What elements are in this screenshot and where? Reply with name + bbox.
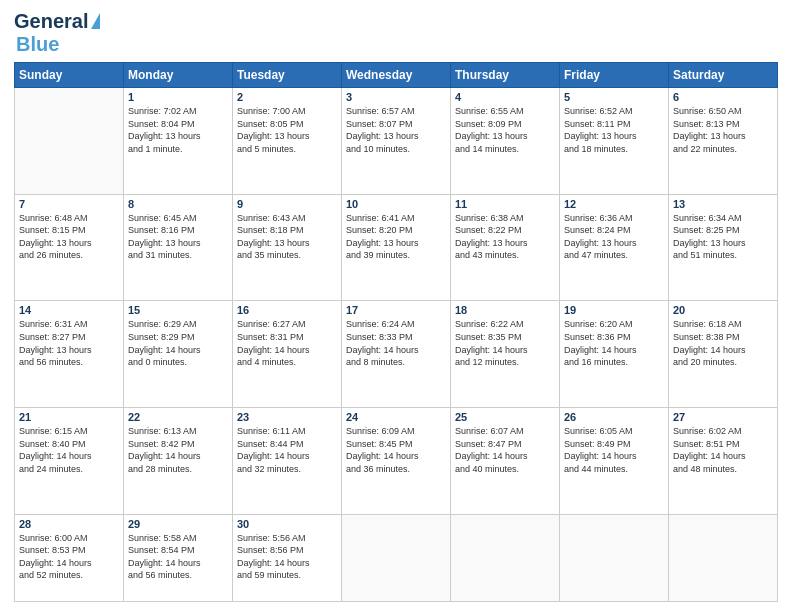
day-info: Sunrise: 6:38 AMSunset: 8:22 PMDaylight:… <box>455 212 555 262</box>
calendar-week-row: 1Sunrise: 7:02 AMSunset: 8:04 PMDaylight… <box>15 88 778 195</box>
day-info: Sunrise: 6:24 AMSunset: 8:33 PMDaylight:… <box>346 318 446 368</box>
day-number: 7 <box>19 198 119 210</box>
day-number: 5 <box>564 91 664 103</box>
calendar-cell: 14Sunrise: 6:31 AMSunset: 8:27 PMDayligh… <box>15 301 124 408</box>
calendar-cell: 22Sunrise: 6:13 AMSunset: 8:42 PMDayligh… <box>124 408 233 515</box>
calendar-week-row: 7Sunrise: 6:48 AMSunset: 8:15 PMDaylight… <box>15 194 778 301</box>
day-info: Sunrise: 6:34 AMSunset: 8:25 PMDaylight:… <box>673 212 773 262</box>
weekday-header: Wednesday <box>342 63 451 88</box>
day-info: Sunrise: 7:00 AMSunset: 8:05 PMDaylight:… <box>237 105 337 155</box>
day-info: Sunrise: 6:00 AMSunset: 8:53 PMDaylight:… <box>19 532 119 582</box>
day-info: Sunrise: 6:52 AMSunset: 8:11 PMDaylight:… <box>564 105 664 155</box>
day-number: 30 <box>237 518 337 530</box>
calendar-cell: 19Sunrise: 6:20 AMSunset: 8:36 PMDayligh… <box>560 301 669 408</box>
day-number: 26 <box>564 411 664 423</box>
day-number: 20 <box>673 304 773 316</box>
day-info: Sunrise: 6:45 AMSunset: 8:16 PMDaylight:… <box>128 212 228 262</box>
calendar-cell <box>342 514 451 601</box>
weekday-header: Saturday <box>669 63 778 88</box>
day-number: 16 <box>237 304 337 316</box>
day-number: 6 <box>673 91 773 103</box>
day-info: Sunrise: 5:58 AMSunset: 8:54 PMDaylight:… <box>128 532 228 582</box>
page: General Blue SundayMondayTuesdayWednesda… <box>0 0 792 612</box>
weekday-header: Friday <box>560 63 669 88</box>
calendar-cell <box>15 88 124 195</box>
calendar-cell: 11Sunrise: 6:38 AMSunset: 8:22 PMDayligh… <box>451 194 560 301</box>
calendar-cell: 4Sunrise: 6:55 AMSunset: 8:09 PMDaylight… <box>451 88 560 195</box>
day-number: 29 <box>128 518 228 530</box>
calendar-cell: 13Sunrise: 6:34 AMSunset: 8:25 PMDayligh… <box>669 194 778 301</box>
weekday-header: Sunday <box>15 63 124 88</box>
calendar-cell: 3Sunrise: 6:57 AMSunset: 8:07 PMDaylight… <box>342 88 451 195</box>
calendar-week-row: 28Sunrise: 6:00 AMSunset: 8:53 PMDayligh… <box>15 514 778 601</box>
day-number: 13 <box>673 198 773 210</box>
calendar-week-row: 14Sunrise: 6:31 AMSunset: 8:27 PMDayligh… <box>15 301 778 408</box>
day-info: Sunrise: 6:48 AMSunset: 8:15 PMDaylight:… <box>19 212 119 262</box>
calendar-cell: 27Sunrise: 6:02 AMSunset: 8:51 PMDayligh… <box>669 408 778 515</box>
day-number: 2 <box>237 91 337 103</box>
day-info: Sunrise: 6:02 AMSunset: 8:51 PMDaylight:… <box>673 425 773 475</box>
day-number: 15 <box>128 304 228 316</box>
day-number: 24 <box>346 411 446 423</box>
day-info: Sunrise: 6:29 AMSunset: 8:29 PMDaylight:… <box>128 318 228 368</box>
calendar-cell: 24Sunrise: 6:09 AMSunset: 8:45 PMDayligh… <box>342 408 451 515</box>
calendar-cell: 18Sunrise: 6:22 AMSunset: 8:35 PMDayligh… <box>451 301 560 408</box>
day-number: 23 <box>237 411 337 423</box>
day-info: Sunrise: 6:07 AMSunset: 8:47 PMDaylight:… <box>455 425 555 475</box>
day-number: 18 <box>455 304 555 316</box>
header: General Blue <box>14 10 778 56</box>
logo: General Blue <box>14 10 100 56</box>
day-number: 14 <box>19 304 119 316</box>
calendar-cell: 21Sunrise: 6:15 AMSunset: 8:40 PMDayligh… <box>15 408 124 515</box>
calendar-cell: 10Sunrise: 6:41 AMSunset: 8:20 PMDayligh… <box>342 194 451 301</box>
day-info: Sunrise: 6:15 AMSunset: 8:40 PMDaylight:… <box>19 425 119 475</box>
calendar-cell: 12Sunrise: 6:36 AMSunset: 8:24 PMDayligh… <box>560 194 669 301</box>
day-number: 25 <box>455 411 555 423</box>
calendar-cell: 9Sunrise: 6:43 AMSunset: 8:18 PMDaylight… <box>233 194 342 301</box>
calendar-header-row: SundayMondayTuesdayWednesdayThursdayFrid… <box>15 63 778 88</box>
calendar-cell: 28Sunrise: 6:00 AMSunset: 8:53 PMDayligh… <box>15 514 124 601</box>
day-number: 21 <box>19 411 119 423</box>
logo-general: General <box>14 10 88 33</box>
calendar-cell: 26Sunrise: 6:05 AMSunset: 8:49 PMDayligh… <box>560 408 669 515</box>
day-number: 8 <box>128 198 228 210</box>
calendar-cell: 17Sunrise: 6:24 AMSunset: 8:33 PMDayligh… <box>342 301 451 408</box>
logo-blue: Blue <box>16 33 59 55</box>
day-number: 9 <box>237 198 337 210</box>
day-info: Sunrise: 6:50 AMSunset: 8:13 PMDaylight:… <box>673 105 773 155</box>
day-number: 10 <box>346 198 446 210</box>
day-info: Sunrise: 6:20 AMSunset: 8:36 PMDaylight:… <box>564 318 664 368</box>
day-info: Sunrise: 6:11 AMSunset: 8:44 PMDaylight:… <box>237 425 337 475</box>
calendar-cell: 20Sunrise: 6:18 AMSunset: 8:38 PMDayligh… <box>669 301 778 408</box>
day-info: Sunrise: 6:41 AMSunset: 8:20 PMDaylight:… <box>346 212 446 262</box>
day-info: Sunrise: 6:36 AMSunset: 8:24 PMDaylight:… <box>564 212 664 262</box>
weekday-header: Tuesday <box>233 63 342 88</box>
calendar-cell: 7Sunrise: 6:48 AMSunset: 8:15 PMDaylight… <box>15 194 124 301</box>
calendar-week-row: 21Sunrise: 6:15 AMSunset: 8:40 PMDayligh… <box>15 408 778 515</box>
calendar-cell: 30Sunrise: 5:56 AMSunset: 8:56 PMDayligh… <box>233 514 342 601</box>
calendar-cell: 15Sunrise: 6:29 AMSunset: 8:29 PMDayligh… <box>124 301 233 408</box>
day-number: 4 <box>455 91 555 103</box>
calendar-table: SundayMondayTuesdayWednesdayThursdayFrid… <box>14 62 778 602</box>
calendar-cell: 2Sunrise: 7:00 AMSunset: 8:05 PMDaylight… <box>233 88 342 195</box>
calendar-cell <box>451 514 560 601</box>
day-info: Sunrise: 6:05 AMSunset: 8:49 PMDaylight:… <box>564 425 664 475</box>
day-info: Sunrise: 6:55 AMSunset: 8:09 PMDaylight:… <box>455 105 555 155</box>
day-number: 12 <box>564 198 664 210</box>
day-number: 11 <box>455 198 555 210</box>
day-info: Sunrise: 6:13 AMSunset: 8:42 PMDaylight:… <box>128 425 228 475</box>
day-number: 1 <box>128 91 228 103</box>
calendar-cell: 23Sunrise: 6:11 AMSunset: 8:44 PMDayligh… <box>233 408 342 515</box>
day-info: Sunrise: 6:27 AMSunset: 8:31 PMDaylight:… <box>237 318 337 368</box>
calendar-cell: 25Sunrise: 6:07 AMSunset: 8:47 PMDayligh… <box>451 408 560 515</box>
day-number: 28 <box>19 518 119 530</box>
day-info: Sunrise: 7:02 AMSunset: 8:04 PMDaylight:… <box>128 105 228 155</box>
calendar-cell <box>669 514 778 601</box>
day-number: 19 <box>564 304 664 316</box>
day-info: Sunrise: 6:18 AMSunset: 8:38 PMDaylight:… <box>673 318 773 368</box>
day-info: Sunrise: 6:31 AMSunset: 8:27 PMDaylight:… <box>19 318 119 368</box>
calendar-cell: 5Sunrise: 6:52 AMSunset: 8:11 PMDaylight… <box>560 88 669 195</box>
calendar-cell: 8Sunrise: 6:45 AMSunset: 8:16 PMDaylight… <box>124 194 233 301</box>
day-info: Sunrise: 6:22 AMSunset: 8:35 PMDaylight:… <box>455 318 555 368</box>
day-info: Sunrise: 6:43 AMSunset: 8:18 PMDaylight:… <box>237 212 337 262</box>
